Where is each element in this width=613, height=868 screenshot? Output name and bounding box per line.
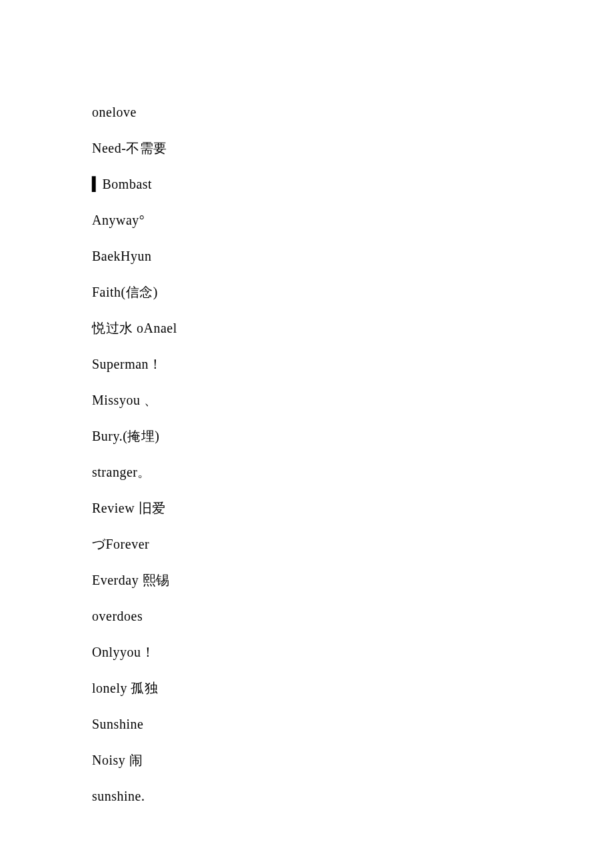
text-line: ▍Bombast [92,177,613,191]
text-line: Missyou 、 [92,393,613,407]
text-line: Review 旧爱 [92,501,613,515]
text-line: づForever [92,537,613,551]
text-line: 悦过水 oAnael [92,321,613,335]
text-line: Sunshine [92,717,613,731]
text-line: sunshine. [92,789,613,803]
text-line: stranger。 [92,465,613,479]
text-line: Superman！ [92,357,613,371]
text-line: Noisy 闹 [92,753,613,767]
text-line: BaekHyun [92,249,613,263]
text-line: Everday 熙锡 [92,573,613,587]
text-line: overdoes [92,609,613,623]
document-content: onelove Need-不需要 ▍Bombast Anyway° BaekHy… [92,105,613,803]
text-line: Onlyyou！ [92,645,613,659]
text-line: Anyway° [92,213,613,227]
text-line: lonely 孤独 [92,681,613,695]
text-line: Faith(信念) [92,285,613,299]
text-line: onelove [92,105,613,119]
text-line: Bury.(掩埋) [92,429,613,443]
text-line: Need-不需要 [92,141,613,155]
